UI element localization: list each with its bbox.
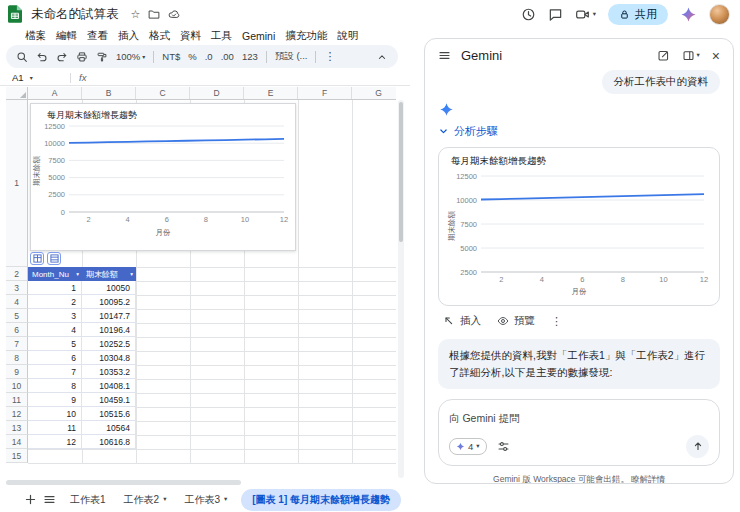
menu-item[interactable]: 資料	[175, 28, 206, 44]
table-cell[interactable]: 5	[28, 337, 82, 350]
row-header[interactable]: 10	[6, 379, 28, 393]
table-cell[interactable]: 10050	[82, 281, 136, 294]
table-cell[interactable]: 9	[28, 393, 82, 406]
table-cell[interactable]: 4	[28, 323, 82, 336]
row-header[interactable]: 2	[6, 267, 28, 281]
active-sheet-tab[interactable]: [圖表 1] 每月期末餘額增長趨勢	[241, 489, 401, 511]
undo-button[interactable]	[36, 51, 48, 63]
new-chat-icon[interactable]	[657, 49, 670, 62]
all-sheets-button[interactable]	[43, 493, 56, 506]
table-chip-icon[interactable]	[30, 252, 44, 265]
document-title[interactable]: 未命名的試算表	[31, 6, 119, 23]
scrollbar-thumb[interactable]	[399, 102, 403, 242]
collapse-toolbar-button[interactable]	[376, 51, 388, 63]
menu-item[interactable]: 擴充功能	[280, 28, 332, 44]
move-folder-icon[interactable]	[148, 8, 160, 20]
menu-item[interactable]: 檔案	[20, 28, 51, 44]
table-cell[interactable]: 6	[28, 351, 82, 364]
row-header[interactable]: 9	[6, 365, 28, 379]
table-cell[interactable]: 10095.2	[82, 295, 136, 308]
menu-item[interactable]: 說明	[332, 28, 363, 44]
row-header[interactable]: 13	[6, 421, 28, 435]
learn-more-link[interactable]: 瞭解詳情	[631, 474, 665, 484]
name-box[interactable]: A1 ▾	[12, 72, 62, 83]
cloud-status-icon[interactable]	[168, 8, 180, 20]
insert-chart-button[interactable]: 插入	[443, 314, 481, 328]
meet-button[interactable]: ▾	[575, 7, 596, 22]
table-cell[interactable]: 1	[28, 281, 82, 294]
row-header[interactable]: 8	[6, 351, 28, 365]
table-cell[interactable]: 10459.1	[82, 393, 136, 406]
row-header[interactable]: 3	[6, 281, 28, 295]
table-cell[interactable]: 7	[28, 365, 82, 378]
row-header[interactable]: 7	[6, 337, 28, 351]
row-header[interactable]: 5	[6, 309, 28, 323]
table-cell[interactable]: 10515.6	[82, 407, 136, 420]
table-cell[interactable]: 10196.4	[82, 323, 136, 336]
vertical-scrollbar[interactable]	[398, 100, 404, 478]
table-cell[interactable]: 10147.7	[82, 309, 136, 322]
table-header-cell[interactable]: Month_Nu▾	[28, 267, 82, 281]
star-icon[interactable]: ☆	[131, 9, 141, 20]
menu-item[interactable]: 編輯	[51, 28, 82, 44]
row-header[interactable]: 14	[6, 435, 28, 449]
table-cell[interactable]: 3	[28, 309, 82, 322]
select-all-corner[interactable]	[6, 87, 28, 99]
decrease-decimal-button[interactable]: .0	[205, 51, 213, 62]
increase-decimal-button[interactable]: .00	[221, 51, 234, 62]
table-header-cell[interactable]: 期末餘額▾	[82, 267, 136, 281]
redo-button[interactable]	[56, 51, 68, 63]
table-cell[interactable]: 10304.8	[82, 351, 136, 364]
formula-input[interactable]	[86, 70, 410, 85]
filter-chevron-icon[interactable]: ▾	[76, 271, 79, 277]
row-header[interactable]: 6	[6, 323, 28, 337]
menu-item[interactable]: 查看	[82, 28, 113, 44]
menu-icon[interactable]	[438, 49, 451, 62]
column-header[interactable]: E	[244, 87, 298, 99]
column-header[interactable]: C	[136, 87, 190, 99]
scrollbar-thumb[interactable]	[6, 480, 241, 485]
close-icon[interactable]: ×	[712, 49, 720, 63]
menu-item[interactable]: 格式	[144, 28, 175, 44]
horizontal-scrollbar[interactable]	[6, 480, 396, 485]
percent-format-button[interactable]: %	[188, 51, 196, 62]
spreadsheet-grid[interactable]: 123456789101112131415 每月期末餘額增長趨勢 0250050…	[6, 100, 396, 478]
preview-chart-button[interactable]: 預覽	[497, 314, 535, 328]
filter-chevron-icon[interactable]: ▾	[130, 271, 133, 277]
more-formats-button[interactable]: 123	[242, 51, 258, 62]
sheet-tab[interactable]: 工作表1	[62, 490, 114, 510]
table-cell[interactable]: 12	[28, 435, 82, 448]
table-cell[interactable]: 10408.1	[82, 379, 136, 392]
tune-icon[interactable]	[497, 440, 510, 453]
send-button[interactable]	[686, 435, 709, 458]
row-header[interactable]: 12	[6, 407, 28, 421]
paint-format-button[interactable]	[96, 51, 108, 63]
table-cell[interactable]: 10564	[82, 421, 136, 434]
embedded-chart[interactable]: 每月期末餘額增長趨勢 02500500075001000012500246810…	[30, 103, 296, 251]
row-header[interactable]: 1	[6, 100, 28, 267]
table-cell[interactable]: 10252.5	[82, 337, 136, 350]
table-chip-icon[interactable]	[47, 252, 61, 265]
analysis-steps-toggle[interactable]: 分析步驟	[425, 117, 733, 143]
column-header[interactable]: F	[298, 87, 352, 99]
row-header[interactable]: 4	[6, 295, 28, 309]
table-cell[interactable]: 2	[28, 295, 82, 308]
font-selector[interactable]: 預設 (...	[275, 50, 308, 63]
table-cell[interactable]: 10	[28, 407, 82, 420]
menu-item[interactable]: 插入	[113, 28, 144, 44]
comments-icon[interactable]	[548, 7, 563, 22]
search-menus-button[interactable]	[16, 51, 28, 63]
sheet-tab[interactable]: 工作表3▾	[176, 490, 235, 510]
table-cell[interactable]: 8	[28, 379, 82, 392]
row-header[interactable]: 15	[6, 449, 28, 463]
account-avatar[interactable]	[709, 4, 730, 25]
gemini-ask-input[interactable]	[449, 412, 709, 424]
sheets-logo-icon[interactable]	[8, 5, 22, 23]
column-header[interactable]: D	[190, 87, 244, 99]
menu-item[interactable]: Gemini	[237, 29, 280, 43]
column-header[interactable]: G	[352, 87, 396, 99]
sheet-tab[interactable]: 工作表2▾	[116, 490, 175, 510]
menu-item[interactable]: 工具	[206, 28, 237, 44]
version-history-icon[interactable]	[521, 7, 536, 22]
column-header[interactable]: A	[28, 87, 82, 99]
